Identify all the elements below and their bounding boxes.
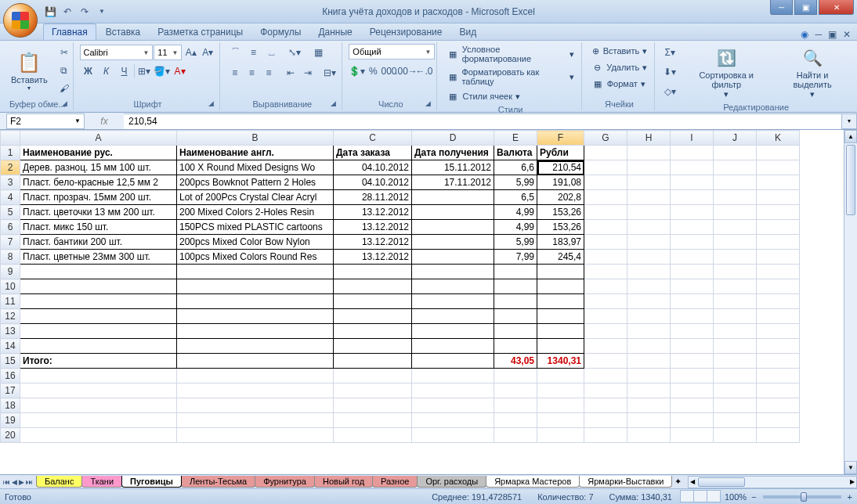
cell-H16[interactable]: [627, 369, 671, 383]
sheet-tab-Ярмарки-Выставки[interactable]: Ярмарки-Выставки: [579, 476, 672, 488]
orientation-icon[interactable]: ⤡▾: [286, 44, 303, 61]
cell-B12[interactable]: [177, 309, 334, 324]
qat-undo-icon[interactable]: ↶: [60, 5, 74, 19]
cell-C3[interactable]: 04.10.2012: [334, 175, 412, 190]
indent-inc-icon[interactable]: ⇥: [299, 64, 316, 81]
cell-B18[interactable]: [177, 398, 334, 413]
row-header-12[interactable]: 12: [1, 309, 20, 324]
cell-J7[interactable]: [714, 235, 757, 250]
dialog-launcher-icon[interactable]: ◢: [331, 99, 340, 109]
percent-icon[interactable]: %: [366, 63, 380, 80]
cell-C2[interactable]: 04.10.2012: [334, 160, 412, 175]
fill-icon[interactable]: ⬇▾: [661, 63, 678, 81]
cell-A5[interactable]: Пласт. цветочки 13 мм 200 шт.: [20, 205, 177, 220]
cell-A2[interactable]: Дерев. разноц. 15 мм 100 шт.: [20, 160, 177, 175]
cell-J19[interactable]: [714, 413, 757, 428]
cell-E1[interactable]: Валюта: [494, 146, 537, 160]
col-header-C[interactable]: C: [334, 131, 412, 146]
col-header-D[interactable]: D: [412, 131, 494, 146]
row-header-1[interactable]: 1: [1, 146, 20, 160]
col-header-I[interactable]: I: [671, 131, 714, 146]
cell-styles-button[interactable]: ▦Стили ячеек ▾: [443, 89, 577, 103]
format-as-table-button[interactable]: ▦Форматировать как таблицу ▾: [443, 67, 577, 87]
formula-input[interactable]: 210,54: [124, 113, 841, 129]
cell-A11[interactable]: [20, 294, 177, 309]
cell-E13[interactable]: [494, 324, 537, 339]
cell-F11[interactable]: [537, 294, 584, 309]
office-button[interactable]: [3, 3, 38, 38]
borders-icon[interactable]: ⊞▾: [136, 63, 153, 80]
cell-E6[interactable]: 4,99: [494, 220, 537, 235]
cell-G2[interactable]: [584, 160, 627, 175]
cell-B14[interactable]: [177, 339, 334, 354]
cell-F1[interactable]: Рубли: [537, 146, 584, 160]
cell-A8[interactable]: Пласт. цветные 23мм 300 шт.: [20, 250, 177, 265]
autosum-icon[interactable]: Σ▾: [661, 44, 678, 61]
cell-K18[interactable]: [757, 398, 800, 413]
cell-A18[interactable]: [20, 398, 177, 413]
cell-I2[interactable]: [671, 160, 714, 175]
cell-C19[interactable]: [334, 413, 412, 428]
cell-F2[interactable]: 210,54: [537, 160, 584, 175]
cell-K6[interactable]: [757, 220, 800, 235]
scroll-down-icon[interactable]: ▼: [844, 461, 857, 474]
paste-button[interactable]: 📋 Вставить ▾: [6, 44, 52, 98]
ribbon-tab-формулы[interactable]: Формулы: [252, 24, 309, 40]
cell-J1[interactable]: [714, 146, 757, 160]
cell-C17[interactable]: [334, 383, 412, 398]
select-all-corner[interactable]: [1, 131, 20, 146]
horizontal-scrollbar[interactable]: ◀ ▶: [688, 476, 857, 488]
inc-decimal-icon[interactable]: .00→: [397, 63, 414, 80]
cell-D2[interactable]: 15.11.2012: [412, 160, 494, 175]
cell-B7[interactable]: 200pcs Mixed Color Bow Nylon: [177, 235, 334, 250]
cell-A15[interactable]: Итого:: [20, 354, 177, 369]
cell-F7[interactable]: 183,97: [537, 235, 584, 250]
cell-A6[interactable]: Пласт. микс 150 шт.: [20, 220, 177, 235]
cell-E10[interactable]: [494, 279, 537, 294]
cell-F19[interactable]: [537, 413, 584, 428]
cell-F6[interactable]: 153,26: [537, 220, 584, 235]
dialog-launcher-icon[interactable]: ◢: [425, 99, 435, 109]
cell-H18[interactable]: [627, 398, 671, 413]
cell-G16[interactable]: [584, 369, 627, 383]
sheet-tab-Ярмарка Мастеров[interactable]: Ярмарка Мастеров: [486, 476, 580, 488]
col-header-G[interactable]: G: [584, 131, 627, 146]
cell-J14[interactable]: [714, 339, 757, 354]
cell-D6[interactable]: [412, 220, 494, 235]
cell-C20[interactable]: [334, 428, 412, 443]
cell-B9[interactable]: [177, 265, 334, 279]
sheet-tab-Разное[interactable]: Разное: [372, 476, 418, 488]
cell-H3[interactable]: [627, 175, 671, 190]
cell-K2[interactable]: [757, 160, 800, 175]
grid-scroll[interactable]: ABCDEFGHIJK1Наименование рус.Наименовани…: [0, 130, 857, 474]
cell-E2[interactable]: 6,6: [494, 160, 537, 175]
worksheet-grid[interactable]: ABCDEFGHIJK1Наименование рус.Наименовани…: [0, 130, 800, 443]
cell-A16[interactable]: [20, 369, 177, 383]
align-top-icon[interactable]: ⎴: [226, 44, 244, 61]
cell-D4[interactable]: [412, 190, 494, 205]
sheet-tab-Пуговицы[interactable]: Пуговицы: [121, 476, 182, 488]
cell-F10[interactable]: [537, 279, 584, 294]
ribbon-tab-главная[interactable]: Главная: [43, 23, 96, 40]
cell-B17[interactable]: [177, 383, 334, 398]
row-header-7[interactable]: 7: [1, 235, 20, 250]
col-header-F[interactable]: F: [537, 131, 584, 146]
row-header-3[interactable]: 3: [1, 175, 20, 190]
cell-K11[interactable]: [757, 294, 800, 309]
sheet-tab-Ленты-Тесьма[interactable]: Ленты-Тесьма: [181, 476, 255, 488]
cell-J3[interactable]: [714, 175, 757, 190]
cell-C11[interactable]: [334, 294, 412, 309]
cell-G4[interactable]: [584, 190, 627, 205]
scroll-thumb[interactable]: [846, 145, 855, 215]
cell-B8[interactable]: 100pcs Mixed Colors Round Res: [177, 250, 334, 265]
row-header-2[interactable]: 2: [1, 160, 20, 175]
cell-E11[interactable]: [494, 294, 537, 309]
cell-J10[interactable]: [714, 279, 757, 294]
cell-E9[interactable]: [494, 265, 537, 279]
cell-H7[interactable]: [627, 235, 671, 250]
cell-B6[interactable]: 150PCS mixed PLASTIC cartoons: [177, 220, 334, 235]
cell-G13[interactable]: [584, 324, 627, 339]
sheet-tab-Орг. расходы[interactable]: Орг. расходы: [417, 476, 486, 488]
col-header-H[interactable]: H: [627, 131, 671, 146]
cell-B4[interactable]: Lot of 200Pcs Crystal Clear Acryl: [177, 190, 334, 205]
